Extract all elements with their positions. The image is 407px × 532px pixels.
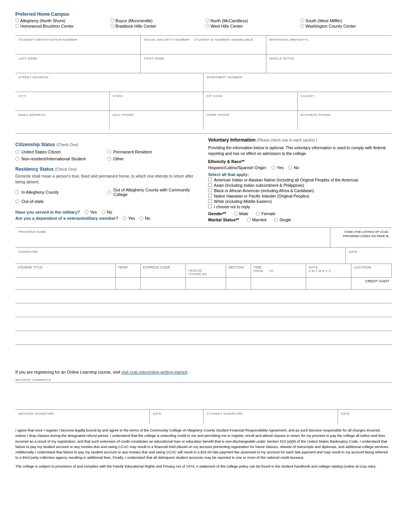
- credit-audit-label: CREDIT AUDIT: [365, 279, 389, 283]
- campus-north: North (McCandless): [205, 18, 297, 23]
- name-row: LAST NAME FIRST NAME MIDDLE INITIAL: [15, 54, 392, 73]
- check-american-indian[interactable]: [208, 178, 212, 181]
- course-title-cell: COURSE TITLE: [15, 264, 116, 277]
- course-header-row: COURSE TITLE TERM EXPRESS CODE CATALOG C…: [15, 264, 392, 277]
- radio-dependent-yes[interactable]: [123, 216, 126, 220]
- email-label: EMAIL ADDRESS: [18, 113, 106, 117]
- radio-hispanic-yes[interactable]: [271, 166, 275, 170]
- campus-radio-west-hills[interactable]: [205, 24, 209, 28]
- campus-radio-boyce[interactable]: [110, 18, 114, 22]
- first-name-label: FIRST NAME: [144, 57, 263, 60]
- select-apply-label: Select all that apply:: [208, 172, 392, 177]
- days-cell: DAYS U M T W R F S: [306, 264, 351, 277]
- radio-out-state[interactable]: [15, 199, 19, 203]
- birthdate-cell: BIRTHDATE (MM/DD/YY): [266, 36, 392, 54]
- ethnicity-hawaiian: Native Hawaiian or Pacific Islander (Ori…: [208, 194, 392, 198]
- military-q2: Are you a dependent of a veteran/militar…: [15, 216, 199, 221]
- military-q1: Have you served in the military? Yes No: [15, 210, 199, 214]
- radio-hispanic-no[interactable]: [288, 166, 292, 170]
- radio-single[interactable]: [274, 218, 278, 222]
- radio-dependent-no[interactable]: [139, 216, 143, 220]
- first-name-cell: FIRST NAME: [141, 54, 266, 73]
- ssn-label: SOCIAL SECURITY NUMBER STUDENT ID NUMBER…: [144, 38, 263, 41]
- days-data: [306, 278, 351, 289]
- citizenship-permanent-resident: Permanent Resident: [107, 150, 199, 154]
- cell-label: CELL PHONE: [113, 113, 200, 117]
- student-sig-cell: STUDENT SIGNATURE: [204, 410, 338, 424]
- check-black[interactable]: [208, 188, 212, 192]
- term-cell: TERM: [116, 264, 141, 277]
- campus-radio-braddock[interactable]: [110, 24, 114, 28]
- catalog-cell: CATALOG COURSE NO.: [186, 264, 226, 277]
- radio-us-citizen[interactable]: [15, 150, 19, 154]
- state-cell: STATE: [110, 92, 204, 110]
- campus-radio-north[interactable]: [205, 18, 209, 22]
- radio-male[interactable]: [234, 212, 238, 216]
- advisor-sig-cell: ADVISOR SIGNATURE: [15, 410, 150, 424]
- radio-married[interactable]: [247, 218, 251, 222]
- ethnicity-american-indian: American Indian or Alaskan Native (inclu…: [208, 178, 392, 182]
- zip-cell: ZIP CODE: [204, 92, 298, 110]
- voluntary-title: Voluntary Information: [208, 137, 256, 143]
- section-cell: SECTION: [226, 264, 251, 277]
- radio-military-no[interactable]: [102, 210, 105, 214]
- phone-row: EMAIL ADDRESS CELL PHONE HOME PHONE BUSI…: [15, 110, 392, 129]
- date-label: DATE: [349, 250, 389, 254]
- ethnicity-checkboxes: American Indian or Alaskan Native (inclu…: [208, 178, 392, 209]
- citizenship-other: Other: [107, 156, 199, 161]
- student-id-cell: STUDENT IDENTIFICATION NUMBER: [15, 36, 141, 54]
- radio-out-allegheny[interactable]: [107, 190, 111, 194]
- campus-radio-south[interactable]: [300, 18, 304, 22]
- signature-row: SIGNATURE DATE: [15, 247, 392, 264]
- online-link[interactable]: visit ccac.edu/online-getting-started: [121, 370, 187, 374]
- campus-homewood: Homewood-Brushton Center: [15, 24, 107, 28]
- radio-other[interactable]: [107, 157, 111, 161]
- radio-military-yes[interactable]: [85, 210, 89, 214]
- military-q1-yes: Yes: [85, 210, 97, 214]
- marital-label: Marital Status**: [208, 217, 239, 222]
- radio-nonresident[interactable]: [15, 157, 19, 161]
- ethnicity-white: White (including Middle Eastern): [208, 199, 392, 204]
- campus-radio-washington[interactable]: [300, 24, 304, 28]
- home-label: HOME PHONE: [207, 113, 294, 117]
- campus-boyce: Boyce (Monroeville): [110, 18, 202, 23]
- apartment-label: APARTMENT NUMBER: [207, 76, 389, 79]
- id-row: STUDENT IDENTIFICATION NUMBER SOCIAL SEC…: [15, 35, 392, 54]
- cell-phone-cell: CELL PHONE: [110, 111, 204, 129]
- marital-married: Married: [247, 217, 266, 222]
- campus-section-title: Preferred Home Campus: [15, 12, 392, 17]
- business-label: BUSINESS PHONE: [301, 113, 389, 117]
- middle-initial-cell: MIDDLE INITIAL: [266, 54, 392, 73]
- preferred-home-campus-section: Preferred Home Campus Allegheny (North S…: [15, 12, 392, 28]
- check-no-reply[interactable]: [208, 204, 212, 208]
- campus-south: South (West Mifflin): [300, 18, 392, 23]
- program-row: PROGRAM NAME CODE (THE LISTING OF CCACPR…: [15, 227, 392, 247]
- check-asian[interactable]: [208, 183, 212, 187]
- last-name-label: LAST NAME: [18, 57, 137, 60]
- program-code-label: CODE (THE LISTING OF CCACPROGRAM CODES O…: [343, 230, 389, 237]
- radio-female[interactable]: [256, 212, 260, 216]
- time-data: [251, 278, 306, 289]
- business-phone-cell: BUSINESS PHONE: [298, 111, 392, 129]
- left-column: Citizenship Status (Check One) United St…: [15, 137, 199, 222]
- campus-radio-allegheny[interactable]: [15, 18, 19, 22]
- radio-allegheny[interactable]: [15, 190, 19, 194]
- advisor-date-cell: DATE: [150, 410, 204, 424]
- check-hawaiian[interactable]: [208, 194, 212, 198]
- student-id-label: STUDENT IDENTIFICATION NUMBER: [18, 38, 137, 41]
- course-blank-row-4: [15, 331, 392, 344]
- voluntary-subtitle: (Please check one in each section.): [257, 138, 317, 142]
- campus-radio-homewood[interactable]: [15, 24, 19, 28]
- military-q2-no: No: [139, 216, 150, 221]
- check-white[interactable]: [208, 199, 212, 203]
- course-blank-row-2: [15, 303, 392, 317]
- city-row: CITY STATE ZIP CODE COUNTY: [15, 92, 392, 110]
- campus-washington: Washington County Center: [300, 24, 392, 28]
- email-cell: EMAIL ADDRESS: [15, 111, 110, 129]
- program-code-cell: CODE (THE LISTING OF CCACPROGRAM CODES O…: [330, 228, 392, 247]
- legal-section: I agree that once I register I become le…: [15, 428, 392, 469]
- catalog-data: [186, 278, 226, 289]
- campus-west-hills: West Hills Center: [205, 24, 297, 28]
- radio-permanent-resident[interactable]: [107, 150, 111, 154]
- city-cell: CITY: [15, 92, 110, 110]
